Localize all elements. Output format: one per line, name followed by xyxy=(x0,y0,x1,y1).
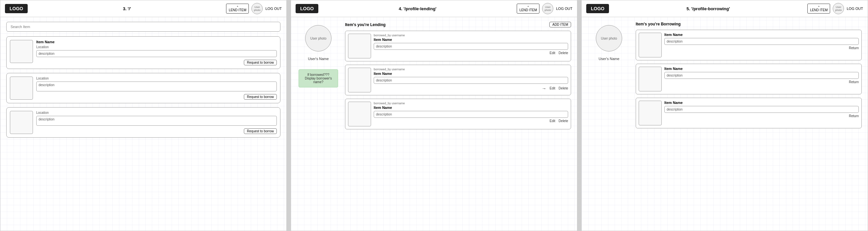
lend-info-3: borrowed_by username Item Name descripti… xyxy=(374,102,568,126)
borrowed-by-3: borrowed_by username xyxy=(374,102,568,105)
delete-button-2[interactable]: Delete xyxy=(559,85,568,91)
return-name-3: Item Name xyxy=(664,100,859,105)
return-name-1: Item Name xyxy=(664,33,859,37)
return-actions-1: Return xyxy=(664,46,859,50)
user-avatar-4: User photo xyxy=(305,25,332,52)
edit-button-1[interactable]: Edit xyxy=(550,51,555,55)
section-header-5: Item's you're Borrowing xyxy=(636,22,862,26)
lend-item-button-4[interactable]: + LEND ITEM xyxy=(517,4,539,13)
lend-thumb-1 xyxy=(348,34,371,58)
user-photo-text-5: User photo xyxy=(833,6,844,11)
item-action-row-1: Request to borrow xyxy=(36,60,277,65)
return-actions-3: Return xyxy=(664,114,859,118)
request-button-1[interactable]: Request to borrow xyxy=(244,60,277,65)
item-card-3: Location description Request to borrow xyxy=(6,107,280,138)
return-desc-3: description xyxy=(664,106,859,113)
screen4-profile: User photo User's Name If borrowed??? Di… xyxy=(297,22,340,133)
user-photo-label-5: User photo xyxy=(601,37,617,40)
user-photo-text-3: User photo xyxy=(252,6,262,11)
item-desc-3: description xyxy=(36,116,277,126)
annotation-line1: If borrowed??? xyxy=(303,73,334,77)
screen4-title: 4. '/profile-lending' xyxy=(322,6,514,11)
screen5-profile: User photo User's Name xyxy=(588,22,630,132)
divider-2 xyxy=(577,0,581,231)
screen5: LOGO 5. '/profile-borrowing' + LEND ITEM… xyxy=(581,0,868,231)
navbar-4: LOGO 4. '/profile-lending' + LEND ITEM U… xyxy=(291,0,577,17)
lend-desc-2: description xyxy=(374,77,568,84)
lend-card-1: borrowed_by username Item Name descripti… xyxy=(345,31,571,61)
delete-button-3[interactable]: Delete xyxy=(559,119,568,123)
lend-thumb-3 xyxy=(348,102,371,126)
return-actions-2: Return xyxy=(664,80,859,84)
plus-icon-5: + xyxy=(818,5,819,8)
divider-1 xyxy=(287,0,291,231)
user-name-5: User's Name xyxy=(598,57,619,61)
request-button-2[interactable]: Request to borrow xyxy=(244,94,277,100)
lend-item-label-5: LEND ITEM xyxy=(810,8,828,12)
return-button-2[interactable]: Return xyxy=(849,80,859,84)
return-thumb-1 xyxy=(639,33,662,57)
annotation-line2: Display borrower's name? xyxy=(303,77,334,84)
return-button-1[interactable]: Return xyxy=(849,46,859,50)
item-thumbnail-1 xyxy=(10,40,33,63)
plus-icon-4: + xyxy=(527,5,529,8)
item-action-row-3: Request to borrow xyxy=(36,128,277,134)
screen5-main-layout: User photo User's Name Item's you're Bor… xyxy=(588,22,862,132)
item-thumbnail-3 xyxy=(10,111,33,134)
item-name-1: Item Name xyxy=(36,40,277,44)
user-photo-text-4: User photo xyxy=(542,6,553,11)
logout-button-5[interactable]: LOG OUT xyxy=(846,7,863,10)
user-photo-circle-4[interactable]: User photo xyxy=(542,3,553,14)
lend-item-button-3[interactable]: + LEND ITEM xyxy=(226,4,249,13)
logout-button-3[interactable]: LOG OUT xyxy=(265,7,282,10)
item-action-row-2: Request to borrow xyxy=(36,94,277,100)
return-button-3[interactable]: Return xyxy=(849,114,859,118)
screen4-main-layout: User photo User's Name If borrowed??? Di… xyxy=(297,22,571,133)
plus-icon-3: + xyxy=(237,5,238,8)
section-header-4: Item's you're Lending ADD ITEM xyxy=(345,22,571,27)
return-info-1: Item Name description Return xyxy=(664,33,859,57)
user-photo-circle-5[interactable]: User photo xyxy=(833,3,844,14)
logo-3: LOGO xyxy=(5,4,28,13)
lend-card-2: borrowed_by username Item Name descripti… xyxy=(345,65,571,95)
return-card-2: Item Name description Return xyxy=(636,64,862,94)
request-button-3[interactable]: Request to borrow xyxy=(244,128,277,134)
borrowed-by-1: borrowed_by username xyxy=(374,34,568,37)
user-photo-label-4: User photo xyxy=(310,37,327,40)
user-photo-circle-3[interactable]: User photo xyxy=(251,3,262,14)
item-location-3: Location xyxy=(36,111,277,115)
lend-thumb-2 xyxy=(348,68,371,92)
section-title-5: Item's you're Borrowing xyxy=(636,22,681,26)
logout-button-4[interactable]: LOG OUT xyxy=(556,7,572,10)
screen4-body: User photo User's Name If borrowed??? Di… xyxy=(291,17,577,231)
item-location-2: Location xyxy=(36,77,277,80)
return-card-1: Item Name description Return xyxy=(636,30,862,60)
logo-4: LOGO xyxy=(296,4,318,13)
return-card-3: Item Name description Return xyxy=(636,98,862,128)
screen3-title: 3. '/' xyxy=(31,6,223,11)
item-info-3: Location description Request to borrow xyxy=(36,111,277,134)
user-name-4: User's Name xyxy=(308,57,329,61)
return-name-2: Item Name xyxy=(664,67,859,70)
screen4: LOGO 4. '/profile-lending' + LEND ITEM U… xyxy=(291,0,577,231)
edit-button-3[interactable]: Edit xyxy=(550,119,555,123)
lend-card-3: borrowed_by username Item Name descripti… xyxy=(345,99,571,129)
edit-button-2[interactable]: Edit xyxy=(550,85,555,91)
lend-item-label-4: LEND ITEM xyxy=(519,8,537,12)
lend-info-1: borrowed_by username Item Name descripti… xyxy=(374,34,568,58)
return-desc-2: description xyxy=(664,72,859,79)
nav-right-5: + LEND ITEM User photo LOG OUT xyxy=(807,3,863,14)
lend-item-button-5[interactable]: + LEND ITEM xyxy=(807,4,830,13)
section-title-4: Item's you're Lending xyxy=(345,23,385,27)
delete-button-1[interactable]: Delete xyxy=(559,51,568,55)
navbar-3: LOGO 3. '/' + LEND ITEM User photo LOG O… xyxy=(0,0,286,17)
return-info-3: Item Name description Return xyxy=(664,100,859,125)
annotation-box-4: If borrowed??? Display borrower's name? xyxy=(299,69,338,87)
borrowed-by-2: borrowed_by username xyxy=(374,68,568,71)
item-desc-1: description xyxy=(36,50,277,57)
return-desc-1: description xyxy=(664,38,859,45)
item-location-1: Location xyxy=(36,45,277,49)
search-input-3[interactable] xyxy=(6,22,280,32)
lend-name-3: Item Name xyxy=(374,106,568,110)
add-item-button-4[interactable]: ADD ITEM xyxy=(549,22,571,27)
